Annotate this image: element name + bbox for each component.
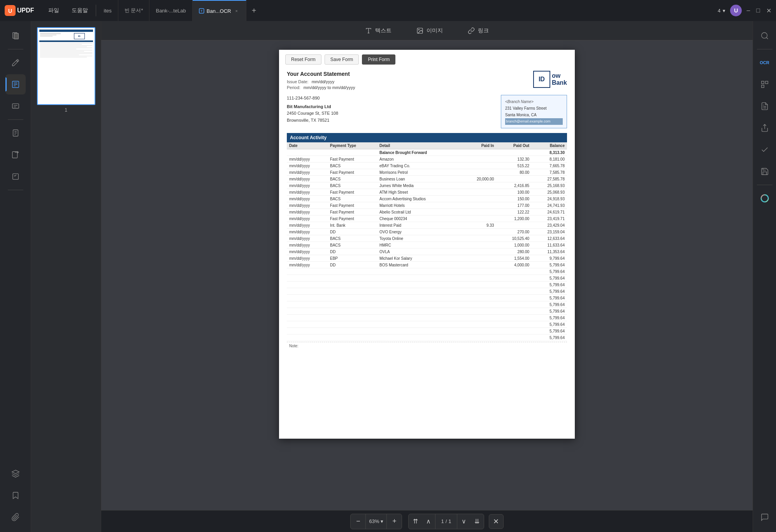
nav-help[interactable]: 도움말 xyxy=(65,5,94,16)
cell-balance: 12,633.64 xyxy=(532,235,567,242)
cell-date: mm/dd/yyyy xyxy=(287,235,328,242)
right-share-button[interactable] xyxy=(755,118,775,138)
cell-balance: 23,419.71 xyxy=(532,215,567,222)
table-row: mm/dd/yyyyFast PaymentMarriott Hotels177… xyxy=(287,202,567,209)
thumbnail-item-1[interactable]: ID xyxy=(37,27,95,113)
tab-bank-ocr[interactable]: T Ban...OCR × xyxy=(193,0,246,21)
table-body: Balance Brought Forward8,313.30mm/dd/yyy… xyxy=(287,149,567,341)
save-form-button[interactable]: Save Form xyxy=(325,54,359,65)
sidebar-item-layers[interactable] xyxy=(5,464,26,484)
close-bottom-bar-button[interactable]: ✕ xyxy=(489,514,504,529)
text-tool-icon xyxy=(365,27,372,34)
cell-detail: Jumes White Media xyxy=(377,182,461,189)
tab-blank-doc[interactable]: 빈 문서* xyxy=(118,0,150,21)
cell-type xyxy=(328,301,377,308)
branch-email[interactable]: branch@email.example.com xyxy=(505,118,563,125)
tab-bank-telelab[interactable]: Bank-...teLab xyxy=(149,0,192,21)
tab-count[interactable]: 4 ▾ xyxy=(718,8,725,14)
cell-date: mm/dd/yyyy xyxy=(287,169,328,176)
cell-paid_in xyxy=(461,196,497,202)
cell-type: DD xyxy=(328,229,377,235)
sidebar-divider-2 xyxy=(8,119,23,120)
cell-type: DD xyxy=(328,262,377,268)
cell-paid_out: 515.22 xyxy=(496,163,532,169)
right-extract-button[interactable] xyxy=(755,96,775,116)
avatar[interactable]: U xyxy=(730,5,742,16)
cell-paid_in xyxy=(461,262,497,268)
tab-ites[interactable]: ites xyxy=(98,0,118,21)
thumbnail-image: ID xyxy=(37,27,95,105)
cell-paid_in xyxy=(461,301,497,308)
cell-balance: 25,068.93 xyxy=(532,189,567,196)
cell-paid_in xyxy=(461,229,497,235)
comment-icon xyxy=(760,513,769,522)
close-window-button[interactable]: ✕ xyxy=(766,7,771,14)
cell-balance: 5,799.64 xyxy=(532,328,567,334)
cell-paid_out xyxy=(496,295,532,301)
cell-detail: ATM High Street xyxy=(377,189,461,196)
issue-date-value: mm/dd/yyyy xyxy=(312,79,335,84)
app-logo: U UPDF xyxy=(5,5,34,16)
add-tab-button[interactable]: + xyxy=(248,4,260,17)
bottom-bar: − 63% ▾ + ⇈ ∧ 1 / 1 ∨ ⇊ ✕ xyxy=(101,510,753,532)
minimize-button[interactable]: – xyxy=(746,7,750,14)
thumbnail-page-number: 1 xyxy=(65,107,67,113)
print-form-button[interactable]: Print Form xyxy=(362,54,395,65)
zoom-value-display[interactable]: 63% ▾ xyxy=(365,514,387,529)
right-ocr-button[interactable]: OCR xyxy=(755,52,775,73)
cell-paid_in xyxy=(461,282,497,288)
reset-form-button[interactable]: Reset Form xyxy=(285,54,321,65)
sidebar-item-stamp[interactable] xyxy=(5,166,26,187)
left-sidebar xyxy=(0,21,31,532)
last-page-button[interactable]: ⇊ xyxy=(471,514,484,529)
right-check-button[interactable] xyxy=(755,140,775,160)
branch-info-box[interactable]: <Branch Name> 231 Valley Farms Street Sa… xyxy=(501,95,567,128)
cell-type: BACS xyxy=(328,235,377,242)
right-save-button[interactable] xyxy=(755,161,775,182)
right-search-button[interactable] xyxy=(755,26,775,46)
maximize-button[interactable]: □ xyxy=(756,7,760,14)
link-tool-button[interactable]: 링크 xyxy=(462,25,495,37)
form-toolbar: Reset Form Save Form Print Form xyxy=(279,50,575,68)
cell-paid_out: 1,000.00 xyxy=(496,242,532,248)
table-row: mm/dd/yyyyBACSeBAY Trading Co.515.227,66… xyxy=(287,163,567,169)
cell-type xyxy=(328,295,377,301)
prev-page-button[interactable]: ∧ xyxy=(422,514,435,529)
issue-date-row: Issue Date: mm/dd/yyyy xyxy=(287,79,355,84)
next-page-button[interactable]: ∨ xyxy=(457,514,471,529)
sidebar-item-comments[interactable] xyxy=(5,96,26,116)
svg-rect-21 xyxy=(765,81,767,84)
tab-close-btn[interactable]: × xyxy=(234,8,240,14)
sidebar-item-pages[interactable] xyxy=(5,26,26,46)
cell-date xyxy=(287,334,328,341)
sidebar-item-edit[interactable] xyxy=(5,52,26,73)
cell-type: Fast Payment xyxy=(328,215,377,222)
doc-viewer[interactable]: Reset Form Save Form Print Form Your Acc… xyxy=(101,40,753,510)
sidebar-item-attachments[interactable] xyxy=(5,507,26,527)
cell-date: mm/dd/yyyy xyxy=(287,255,328,262)
first-page-button[interactable]: ⇈ xyxy=(409,514,422,529)
sidebar-item-bookmarks[interactable] xyxy=(5,485,26,506)
sidebar-item-protect[interactable] xyxy=(5,123,26,143)
image-tool-button[interactable]: 이미지 xyxy=(410,25,449,37)
right-comment-button[interactable] xyxy=(755,507,775,527)
right-scan-button[interactable] xyxy=(755,74,775,94)
cell-paid_out: 1,200.00 xyxy=(496,215,532,222)
right-colorful-button[interactable] xyxy=(755,188,775,208)
zoom-in-button[interactable]: + xyxy=(387,514,402,529)
zoom-out-button[interactable]: − xyxy=(351,514,365,529)
sidebar-item-convert[interactable] xyxy=(5,145,26,165)
cell-paid_in xyxy=(461,182,497,189)
text-tool-button[interactable]: 텍스트 xyxy=(359,25,398,37)
cell-type xyxy=(328,308,377,315)
company-name: Bit Manufacturing Ltd xyxy=(287,103,338,110)
content-area: 텍스트 이미지 링크 xyxy=(101,21,753,532)
cell-type xyxy=(328,334,377,341)
share-icon xyxy=(760,124,769,132)
cell-date xyxy=(287,275,328,282)
cell-paid_in xyxy=(461,268,497,275)
cell-date: mm/dd/yyyy xyxy=(287,215,328,222)
nav-file[interactable]: 파일 xyxy=(42,5,65,16)
page-navigation: ⇈ ∧ 1 / 1 ∨ ⇊ xyxy=(408,514,484,529)
sidebar-item-forms[interactable] xyxy=(5,74,26,94)
